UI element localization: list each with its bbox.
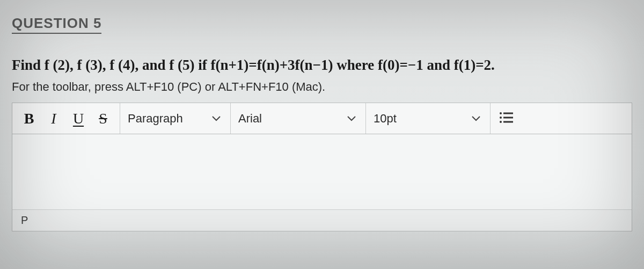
font-size-label: 10pt (374, 112, 397, 126)
rich-text-editor: B I U S Paragraph Arial 10pt (12, 103, 632, 231)
italic-button[interactable]: I (41, 103, 66, 134)
editor-toolbar: B I U S Paragraph Arial 10pt (12, 103, 632, 134)
chevron-down-icon (347, 116, 356, 121)
more-options-button[interactable] (491, 103, 522, 134)
font-family-label: Arial (238, 112, 262, 126)
svg-rect-5 (503, 121, 513, 122)
svg-point-0 (500, 112, 502, 114)
font-size-select[interactable]: 10pt (366, 103, 491, 134)
text-style-group: B I U S (12, 103, 120, 134)
font-family-select[interactable]: Arial (231, 103, 366, 134)
underline-button[interactable]: U (66, 103, 91, 134)
svg-rect-3 (503, 117, 513, 118)
block-format-select[interactable]: Paragraph (120, 103, 231, 134)
toolbar-hint: For the toolbar, press ALT+F10 (PC) or A… (12, 80, 632, 94)
editor-textarea[interactable]: P (12, 134, 632, 231)
svg-point-4 (500, 121, 502, 123)
question-prompt: Find f (2), f (3), f (4), and f (5) if f… (12, 55, 632, 75)
editor-status-bar: P (12, 209, 632, 231)
question-title: QUESTION 5 (12, 15, 101, 34)
svg-rect-1 (503, 112, 513, 114)
bold-button[interactable]: B (17, 103, 41, 134)
strikethrough-button[interactable]: S (91, 103, 115, 134)
element-path: P (21, 214, 28, 227)
svg-point-2 (500, 117, 502, 119)
block-format-label: Paragraph (128, 112, 183, 126)
chevron-down-icon (472, 116, 480, 121)
list-icon (499, 112, 513, 126)
chevron-down-icon (212, 116, 221, 121)
